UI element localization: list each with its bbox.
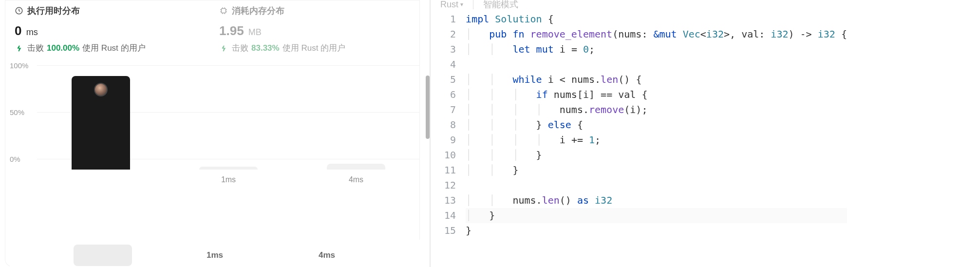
- code-line[interactable]: │ │ │ │ i += 1;: [466, 133, 847, 148]
- runtime-card[interactable]: 执行用时分布 0 ms 击败 100.00% 使用 Rust 的用户: [15, 5, 200, 54]
- code-area[interactable]: 123456789101112131415 impl Solution {│ p…: [438, 12, 980, 238]
- chart-plot: [37, 62, 420, 170]
- chart-bar[interactable]: [327, 164, 385, 170]
- code-line[interactable]: │ │ │ } else {: [466, 117, 847, 133]
- code-line[interactable]: │ │ }: [466, 163, 847, 178]
- editor-mode[interactable]: 智能模式: [483, 0, 518, 10]
- memory-unit: MB: [248, 27, 262, 37]
- chart-tab[interactable]: [74, 245, 132, 266]
- line-number: 6: [444, 87, 456, 102]
- memory-value: 1.95: [219, 23, 244, 38]
- editor-header: Rust ▾ 智能模式: [438, 0, 980, 12]
- clock-icon: [15, 6, 23, 15]
- chart-tabs: 1ms4ms: [10, 240, 420, 267]
- code-line[interactable]: │ │ │ if nums[i] == val {: [466, 87, 847, 102]
- memory-card[interactable]: 消耗内存分布 1.95 MB 击败 83.33% 使用 Rust 的用户: [219, 5, 404, 54]
- runtime-beat-line: 击败 100.00% 使用 Rust 的用户: [15, 42, 200, 54]
- memory-beat-word: 击败: [232, 42, 248, 54]
- x-tick-label: 1ms: [165, 175, 292, 184]
- bar-slot[interactable]: [37, 62, 165, 170]
- stats-row: 执行用时分布 0 ms 击败 100.00% 使用 Rust 的用户 消耗内存分…: [0, 0, 430, 54]
- runtime-beat-suffix: 使用 Rust 的用户: [82, 42, 145, 54]
- line-number: 4: [444, 57, 456, 72]
- line-gutter: 123456789101112131415: [438, 12, 466, 238]
- avatar: [94, 83, 108, 96]
- divider: [473, 0, 473, 9]
- language-label: Rust: [440, 0, 458, 10]
- code-line[interactable]: impl Solution {: [466, 12, 847, 27]
- runtime-unit: ms: [26, 27, 38, 37]
- code-lines[interactable]: impl Solution {│ pub fn remove_element(n…: [466, 12, 847, 238]
- chevron-down-icon: ▾: [460, 1, 463, 8]
- line-number: 14: [444, 208, 456, 223]
- runtime-title-row: 执行用时分布: [15, 5, 200, 17]
- code-line[interactable]: │ │ │ }: [466, 148, 847, 163]
- line-number: 7: [444, 102, 456, 117]
- y-tick-0: 0%: [10, 155, 20, 163]
- line-number: 3: [444, 42, 456, 57]
- line-number: 8: [444, 117, 456, 133]
- code-line[interactable]: [466, 57, 847, 72]
- memory-title-row: 消耗内存分布: [219, 5, 404, 17]
- memory-beat-pct: 83.33%: [251, 43, 280, 53]
- runtime-beat-pct: 100.00%: [47, 43, 79, 53]
- runtime-value-row: 0 ms: [15, 23, 200, 38]
- line-number: 10: [444, 148, 456, 163]
- memory-value-row: 1.95 MB: [219, 23, 404, 38]
- svg-rect-1: [222, 9, 226, 13]
- runtime-value: 0: [15, 23, 21, 38]
- language-selector[interactable]: Rust ▾: [440, 0, 463, 10]
- x-axis-labels: 1ms4ms: [37, 175, 420, 184]
- line-number: 12: [444, 178, 456, 193]
- code-line[interactable]: │ pub fn remove_element(nums: &mut Vec<i…: [466, 27, 847, 42]
- code-line[interactable]: │ │ │ │ nums.remove(i);: [466, 102, 847, 117]
- runtime-title: 执行用时分布: [27, 5, 80, 17]
- line-number: 15: [444, 223, 456, 238]
- runtime-beat-word: 击败: [27, 42, 44, 54]
- clap-icon: [219, 43, 229, 53]
- line-number: 5: [444, 72, 456, 87]
- x-tick-label: 4ms: [292, 175, 420, 184]
- bar-slot[interactable]: [292, 62, 420, 170]
- code-line[interactable]: │ │ while i < nums.len() {: [466, 72, 847, 87]
- bar-slot[interactable]: [165, 62, 292, 170]
- chart-bar[interactable]: [199, 167, 258, 170]
- line-number: 11: [444, 163, 456, 178]
- memory-beat-suffix: 使用 Rust 的用户: [283, 42, 345, 54]
- memory-title: 消耗内存分布: [232, 5, 284, 17]
- code-line[interactable]: │ }: [466, 208, 847, 223]
- code-line[interactable]: │ │ let mut i = 0;: [466, 42, 847, 57]
- line-number: 13: [444, 193, 456, 208]
- y-tick-100: 100%: [10, 61, 28, 70]
- code-line[interactable]: │ │ nums.len() as i32: [466, 193, 847, 208]
- chart-tab[interactable]: 4ms: [298, 245, 356, 266]
- code-editor-panel: Rust ▾ 智能模式 123456789101112131415 impl S…: [430, 0, 980, 267]
- scrollbar[interactable]: [426, 76, 430, 139]
- x-tick-label: [37, 175, 165, 184]
- line-number: 9: [444, 133, 456, 148]
- runtime-chart: 100% 50% 0% 1ms4ms: [10, 62, 420, 189]
- code-line[interactable]: }: [466, 223, 847, 238]
- clap-icon: [15, 43, 24, 53]
- chart-bar[interactable]: [72, 76, 130, 170]
- line-number: 1: [444, 12, 456, 27]
- y-axis: 100% 50% 0%: [10, 62, 37, 170]
- code-line[interactable]: [466, 178, 847, 193]
- stats-panel: 执行用时分布 0 ms 击败 100.00% 使用 Rust 的用户 消耗内存分…: [0, 0, 430, 267]
- memory-beat-line: 击败 83.33% 使用 Rust 的用户: [219, 42, 404, 54]
- chip-icon: [219, 6, 228, 15]
- line-number: 2: [444, 27, 456, 42]
- y-tick-50: 50%: [10, 108, 24, 116]
- chart-tab[interactable]: 1ms: [186, 245, 244, 266]
